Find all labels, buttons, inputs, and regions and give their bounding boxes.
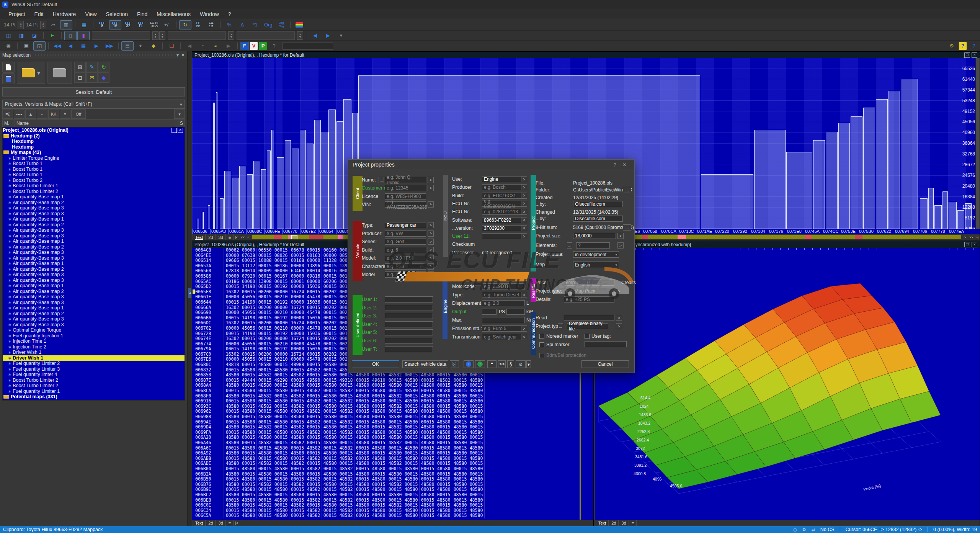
hex-row[interactable]: 006B500001548580000154858000015485820001… (192, 477, 593, 482)
tree-map-row[interactable]: ∗Air quantity-Base map 3 (3, 255, 185, 261)
field-input[interactable] (482, 317, 525, 323)
wave-window-titlebar[interactable]: Project_100286.ols (Original), , Hexdump… (192, 52, 980, 58)
tree-map-row[interactable]: ∗Fuel quantity Injection 1 (3, 333, 185, 339)
hilo-button[interactable]: LO HIHILO (148, 20, 160, 29)
info-box[interactable]: Olsecufile.com (573, 216, 623, 222)
prev-diff-icon[interactable]: ◀ (183, 41, 196, 51)
tree-project-row[interactable]: Project_100286.ols (Original)−✕ (3, 128, 185, 133)
tree-map-row[interactable]: ∗Air quantity-Base map 3 (3, 322, 185, 328)
sound-icon[interactable]: ◉ (2, 41, 15, 51)
expand-button[interactable]: > (428, 247, 434, 253)
hex-row[interactable]: 006B764858000015485820001548582000154858… (192, 482, 593, 487)
save-project-button[interactable] (2, 73, 15, 84)
tab-2d[interactable]: 2d (206, 234, 216, 240)
browse-button[interactable]: ... (623, 224, 631, 231)
hex-row[interactable]: 006AB80001548580000154858000015485820001… (192, 456, 593, 461)
expand-button[interactable]: > (616, 323, 622, 329)
field-input[interactable]: e.g. WES-H4900 (385, 193, 426, 199)
tree-map-row[interactable]: ∗Air quantity-Base map 1 (3, 194, 185, 200)
map-grid-icon[interactable]: ▦ (77, 41, 90, 51)
mail-icon[interactable]: ✉ (86, 72, 98, 83)
field-input[interactable]: ? (576, 242, 610, 249)
tab-3d[interactable]: 3d (216, 234, 225, 240)
field-input[interactable] (482, 309, 497, 315)
surface-plot[interactable]: 614.410241433.61843.22252.82662.43072348… (595, 248, 980, 520)
hex-row[interactable]: 00693C4858000015485820001548582000154858… (192, 404, 593, 409)
expand-button[interactable]: > (617, 242, 624, 249)
tree-map-row[interactable]: ∗Air quantity-Base map 3 (3, 227, 185, 233)
settings-search-icon[interactable]: ⚙ (946, 41, 958, 51)
hex-row[interactable]: 0069D44858000015485820001548582000154858… (192, 425, 593, 430)
wave-close-icon[interactable]: ✕ (972, 52, 977, 58)
expand-button[interactable]: > (521, 233, 527, 239)
expand-button[interactable]: > (521, 176, 527, 182)
hex-row[interactable]: 0068584858000015485820001548582000154858… (192, 373, 593, 378)
hex-view-icon[interactable]: FFFF (192, 20, 204, 29)
tab-3d[interactable]: 3d (216, 520, 225, 526)
dots-button[interactable]: ... (379, 177, 384, 183)
snapshot-button[interactable]: ⚙ (516, 360, 526, 368)
field-input[interactable]: 18,0000 (573, 233, 616, 239)
nav-button[interactable]: > (963, 235, 967, 239)
spinner-b[interactable]: ▲▼ (159, 31, 165, 40)
tree-map-row[interactable]: ∗Boost Turbo 1 (3, 161, 185, 167)
scope-combo-caret-icon[interactable]: ▾ (180, 101, 182, 107)
column-m[interactable]: M. (3, 120, 15, 127)
delta-icon[interactable]: Δ (236, 20, 248, 29)
next-map-icon[interactable]: ▶ (90, 41, 103, 51)
hex-row[interactable]: 006ADE4858000015485820001548582000154858… (192, 461, 593, 466)
tree-map-row[interactable]: ∗Boost Turbo 1 (3, 172, 185, 178)
tab-text[interactable]: Text (193, 520, 206, 526)
matrix-view-icon[interactable]: ▦ (78, 20, 90, 29)
first-map-icon[interactable]: ◀◀ (51, 41, 64, 51)
dots-button[interactable]: ... (558, 323, 563, 329)
cancel-button[interactable]: Cancel (581, 360, 629, 368)
field-input[interactable] (385, 346, 433, 352)
field-input[interactable] (385, 329, 433, 335)
tree-map-row[interactable]: ∗Air quantity-Base map 3 (3, 205, 185, 211)
field-input[interactable] (506, 309, 525, 315)
hex-row[interactable]: 0069160001548580000154858000015485820001… (192, 399, 593, 404)
ok-button[interactable]: OK (352, 360, 399, 368)
tree-map-row[interactable]: ∗Boost Turbo Limiter 2 (3, 383, 185, 389)
checkbox-spi-marker[interactable]: Spi marker (539, 342, 569, 347)
menu-window[interactable]: Window (195, 10, 224, 18)
search-vehicle-data-button[interactable]: Search vehicle data (402, 360, 448, 368)
checksum-icon[interactable]: ↻ (179, 20, 191, 29)
filter-values-icon[interactable]: ▪▪▪▪ (14, 110, 24, 119)
nav-button[interactable]: << (240, 235, 246, 239)
next-diff-icon[interactable]: ▶ (222, 41, 235, 51)
tree-map-row[interactable]: ∗Air quantity-Base map 3 (3, 211, 185, 217)
vag-icon[interactable]: V (250, 42, 258, 50)
panel-close-icon[interactable]: ✕ (181, 52, 185, 58)
session-bar[interactable]: Session: Default (2, 87, 185, 96)
unknown-icon[interactable]: ? (268, 41, 280, 51)
wave-scrollbar[interactable] (975, 58, 980, 229)
paste-button[interactable]: ⎘ (450, 360, 459, 368)
field-input[interactable]: e.g. R20 (385, 263, 426, 270)
last-map-icon[interactable]: ▶▶ (103, 41, 116, 51)
nav-button[interactable]: |< (234, 235, 239, 239)
hex-row[interactable]: 006B2A4858000015485800001548580000154858… (192, 472, 593, 477)
surface-restore-icon[interactable]: ❐ (964, 242, 970, 247)
expand-button[interactable]: > (521, 184, 527, 190)
surface-close-icon[interactable]: ✕ (972, 242, 977, 247)
field-input[interactable] (482, 233, 525, 239)
tree-map-row[interactable]: ∗Fuel quantity Limiter 2 (3, 361, 185, 366)
field-input[interactable]: Engine (482, 176, 525, 182)
checkbox-noread-marker[interactable]: Noread marker (539, 334, 578, 339)
field-input[interactable]: 89663-F0292 (482, 217, 525, 223)
field-input[interactable]: e.g. EDC16C31 (482, 193, 525, 199)
field-input[interactable]: e.g. Golf (385, 239, 426, 245)
window-compare-icon[interactable]: ◱ (33, 41, 46, 51)
hex-row[interactable]: 0069AE0001548580000154858000015485820001… (192, 420, 593, 425)
history-back-icon[interactable]: ◀ (309, 31, 321, 40)
expand-button[interactable]: > (616, 315, 622, 321)
pane-fill-icon[interactable]: ▮ (77, 31, 90, 40)
tree-map-row[interactable]: ∗Air quantity-Base map 3 (3, 294, 185, 300)
tree-map-row[interactable]: ∗Boost Turbo 1 (3, 167, 185, 172)
expand-button[interactable]: > (428, 177, 434, 183)
expand-button[interactable]: > (521, 292, 527, 298)
dialog-help-icon[interactable]: ? (611, 162, 619, 168)
overview-thumb[interactable] (291, 235, 297, 239)
